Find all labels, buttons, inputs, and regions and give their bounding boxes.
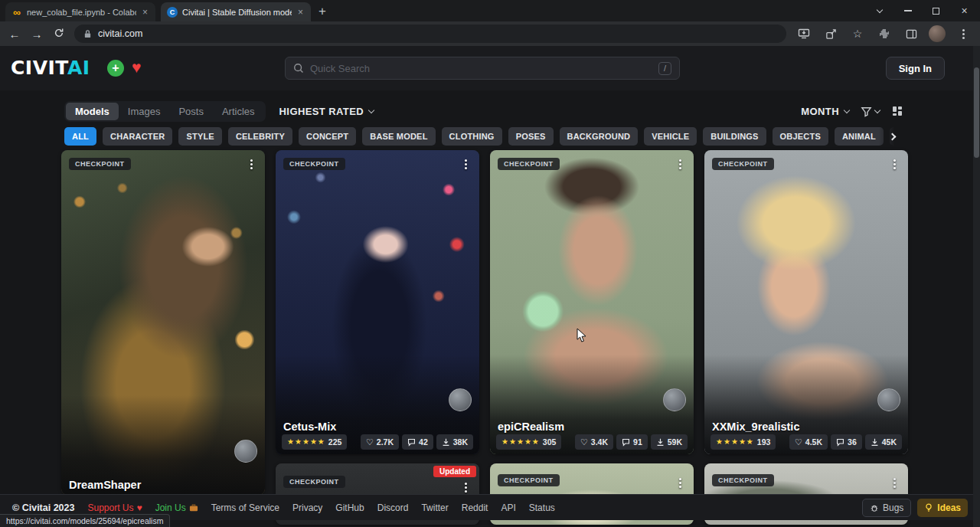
footer-link-reddit[interactable]: Reddit: [462, 502, 488, 513]
footer-actions: Bugs Ideas: [862, 499, 968, 517]
likes-count: 2.7K: [377, 437, 394, 447]
support-heart-icon[interactable]: ♥: [132, 57, 141, 77]
search-input[interactable]: [310, 63, 652, 74]
tab-close-icon[interactable]: ×: [296, 7, 305, 18]
category-chip-objects[interactable]: OBJECTS: [773, 127, 828, 146]
footer-link-api[interactable]: API: [501, 502, 515, 513]
browser-tab-colab[interactable]: ∞ new_colab_file.ipynb - Colaborat ×: [5, 2, 155, 21]
footer-link-privacy[interactable]: Privacy: [292, 502, 322, 513]
tab-title: Civitai | Stable Diffusion models,: [182, 8, 292, 17]
model-card-xxmix9realistic[interactable]: CHECKPOINT XXMix_9realistic ★★★★★ 193 ♡ …: [704, 150, 908, 454]
window-maximize-button[interactable]: [922, 0, 950, 21]
comments-stat[interactable]: 91: [616, 434, 648, 450]
tab-search-chevron-icon[interactable]: [865, 0, 893, 21]
rating-stat[interactable]: ★★★★★ 193: [710, 434, 776, 450]
heart-icon: ♡: [580, 438, 588, 447]
creator-avatar[interactable]: [877, 388, 900, 411]
downloads-stat[interactable]: 38K: [436, 434, 473, 450]
filters-button[interactable]: [861, 106, 880, 117]
civitai-page: CIVITAI + ♥ / Sign In Models Images Post…: [0, 46, 980, 527]
share-button[interactable]: [822, 25, 840, 43]
category-chip-animal[interactable]: ANIMAL: [835, 127, 884, 146]
footer-link-status[interactable]: Status: [529, 502, 555, 513]
card-menu-button[interactable]: [887, 476, 901, 489]
profile-avatar[interactable]: [929, 25, 946, 42]
downloads-stat[interactable]: 59K: [651, 434, 688, 450]
side-panel-button[interactable]: [902, 25, 920, 43]
extensions-button[interactable]: [875, 25, 893, 43]
footer-link-github[interactable]: GitHub: [335, 502, 364, 513]
card-menu-button[interactable]: [887, 157, 901, 171]
card-menu-button[interactable]: [673, 157, 687, 171]
model-type-badge: CHECKPOINT: [498, 474, 560, 486]
rating-stat[interactable]: ★★★★★ 305: [496, 434, 561, 450]
likes-stat[interactable]: ♡ 3.4K: [575, 434, 613, 450]
card-menu-button[interactable]: [673, 476, 687, 489]
reload-button[interactable]: [52, 28, 66, 40]
card-menu-button[interactable]: [244, 157, 258, 171]
creator-avatar[interactable]: [449, 388, 472, 411]
rating-stat[interactable]: ★★★★★ 225: [282, 434, 347, 450]
layout-toggle-button[interactable]: [891, 105, 903, 117]
window-minimize-button[interactable]: [893, 0, 922, 21]
tab-models[interactable]: Models: [66, 103, 119, 120]
period-dropdown[interactable]: MONTH: [801, 106, 849, 117]
sort-dropdown[interactable]: HIGHEST RATED: [279, 106, 374, 117]
category-chip-background[interactable]: BACKGROUND: [560, 127, 639, 146]
ideas-button[interactable]: Ideas: [917, 499, 968, 517]
categories-scroll-right-button[interactable]: [879, 126, 905, 146]
bookmark-star-button[interactable]: ☆: [848, 25, 867, 43]
category-chip-character[interactable]: CHARACTER: [103, 127, 172, 146]
back-button[interactable]: ←: [8, 28, 21, 40]
category-chip-buildings[interactable]: BUILDINGS: [703, 127, 766, 146]
forward-button[interactable]: →: [30, 28, 44, 40]
category-chip-all[interactable]: ALL: [64, 127, 96, 146]
model-type-badge: CHECKPOINT: [69, 158, 131, 170]
tab-images[interactable]: Images: [119, 103, 170, 120]
creator-avatar[interactable]: [234, 440, 257, 463]
window-close-button[interactable]: ×: [950, 0, 978, 21]
footer-link-terms[interactable]: Terms of Service: [211, 502, 279, 513]
new-tab-button[interactable]: +: [318, 5, 326, 18]
creator-avatar[interactable]: [663, 388, 686, 411]
upload-plus-button[interactable]: +: [107, 60, 124, 77]
bugs-button[interactable]: Bugs: [862, 499, 911, 517]
category-chip-clothing[interactable]: CLOTHING: [442, 127, 502, 146]
address-bar[interactable]: civitai.com: [74, 25, 786, 43]
rating-count: 225: [328, 437, 342, 447]
category-chip-celebrity[interactable]: CELEBRITY: [228, 127, 292, 146]
filter-row: Models Images Posts Articles HIGHEST RAT…: [64, 100, 903, 123]
model-card-dreamshaper[interactable]: CHECKPOINT DreamShaper: [61, 150, 265, 495]
browser-menu-button[interactable]: [954, 25, 972, 43]
category-chip-base-model[interactable]: BASE MODEL: [362, 127, 435, 146]
quick-search-box[interactable]: /: [285, 57, 680, 80]
footer-link-support-us[interactable]: Support Us♥: [87, 502, 142, 513]
sign-in-button[interactable]: Sign In: [886, 57, 945, 80]
updated-badge: Updated: [433, 466, 476, 477]
tab-close-icon[interactable]: ×: [141, 7, 149, 18]
footer-link-discord[interactable]: Discord: [377, 502, 409, 513]
downloads-stat[interactable]: 45K: [865, 434, 902, 450]
model-card-cetus-mix[interactable]: CHECKPOINT Cetus-Mix ★★★★★ 225 ♡ 2.7K 42: [276, 150, 479, 454]
tab-articles[interactable]: Articles: [213, 103, 264, 120]
comments-stat[interactable]: 36: [831, 434, 862, 450]
category-chip-poses[interactable]: POSES: [508, 127, 554, 146]
comments-stat[interactable]: 42: [402, 434, 433, 450]
bug-icon: [870, 503, 879, 512]
card-menu-button[interactable]: [459, 480, 472, 494]
tab-posts[interactable]: Posts: [169, 103, 213, 120]
page-scrollbar[interactable]: [973, 46, 980, 527]
category-chip-style[interactable]: STYLE: [178, 127, 221, 146]
civitai-logo[interactable]: CIVITAI: [11, 57, 90, 79]
likes-stat[interactable]: ♡ 4.5K: [789, 434, 828, 450]
browser-tab-civitai[interactable]: C Civitai | Stable Diffusion models, ×: [161, 2, 311, 21]
card-menu-button[interactable]: [459, 157, 472, 171]
category-chip-concept[interactable]: CONCEPT: [299, 127, 356, 146]
footer-link-join-us[interactable]: Join Us: [155, 502, 198, 513]
category-chip-vehicle[interactable]: VEHICLE: [644, 127, 697, 146]
scrollbar-thumb[interactable]: [974, 67, 979, 158]
likes-stat[interactable]: ♡ 2.7K: [361, 434, 399, 450]
install-app-button[interactable]: [795, 25, 813, 43]
model-card-epicrealism[interactable]: CHECKPOINT epiCRealism ★★★★★ 305 ♡ 3.4K …: [490, 150, 694, 454]
footer-link-twitter[interactable]: Twitter: [421, 502, 448, 513]
